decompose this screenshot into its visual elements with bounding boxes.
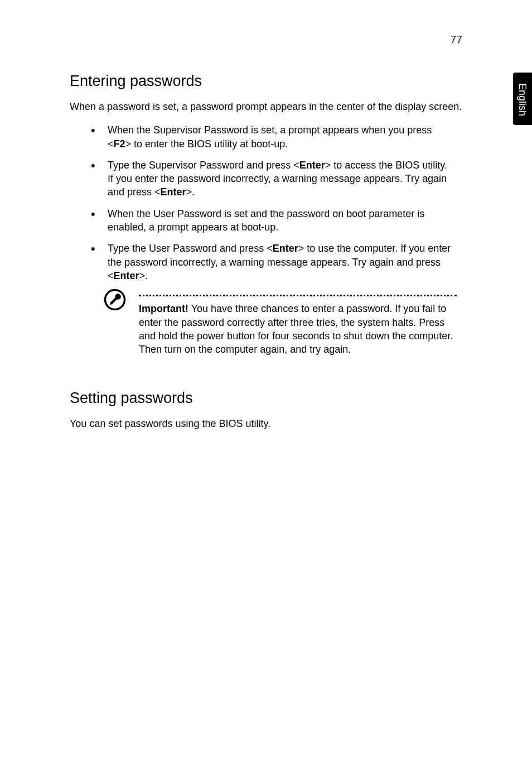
bullet-text: Type the Supervisor Password and press < [108, 160, 299, 171]
key-label: Enter [161, 186, 186, 198]
language-tab: English [513, 73, 532, 125]
dotted-rule [139, 295, 457, 296]
list-item: When the User Password is set and the pa… [91, 207, 451, 234]
key-label: Enter [299, 160, 325, 171]
bullet-text: >. [186, 186, 195, 198]
intro-entering-passwords: When a password is set, a password promp… [70, 100, 468, 113]
pin-icon [103, 288, 129, 314]
list-item: Type the Supervisor Password and press <… [91, 158, 451, 199]
callout-text: Important! You have three chances to ent… [139, 302, 457, 356]
important-callout: Important! You have three chances to ent… [103, 290, 468, 356]
bullet-list: When the Supervisor Password is set, a p… [70, 123, 468, 282]
heading-setting-passwords: Setting passwords [70, 390, 468, 407]
callout-content: Important! You have three chances to ent… [129, 290, 457, 356]
intro-setting-passwords: You can set passwords using the BIOS uti… [70, 417, 468, 430]
key-label: Enter [114, 270, 139, 281]
list-item: Type the User Password and press <Enter>… [91, 242, 451, 282]
key-label: F2 [114, 138, 125, 150]
bullet-text: >. [139, 270, 148, 281]
heading-entering-passwords: Entering passwords [70, 73, 468, 90]
key-label: Enter [273, 243, 298, 254]
list-item: When the Supervisor Password is set, a p… [91, 123, 451, 151]
page: 77 English Entering passwords When a pas… [0, 0, 532, 764]
callout-label: Important! [139, 303, 188, 314]
bullet-text: When the User Password is set and the pa… [108, 208, 424, 233]
bullet-text: > to enter the BIOS utility at boot-up. [125, 138, 288, 150]
page-number: 77 [451, 33, 462, 46]
bullet-text: Type the User Password and press < [108, 243, 273, 254]
